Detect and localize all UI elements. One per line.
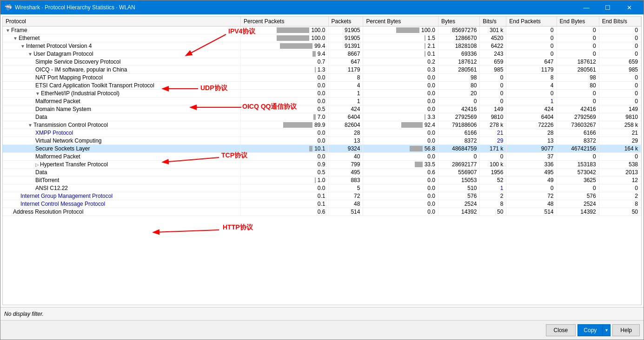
- pct-packets-cell: 89.9: [241, 121, 328, 129]
- bytes-cell: 80: [438, 82, 479, 90]
- pct-bytes-cell: 0.0: [363, 153, 438, 161]
- packets-cell: 91391: [328, 42, 363, 50]
- expand-arrow[interactable]: ▼: [6, 28, 10, 33]
- pct-packets-value: 10.1: [314, 145, 325, 152]
- table-row: Malformed Packet0.010.000100: [3, 98, 641, 105]
- end-bits-s-cell: 2013: [599, 169, 641, 177]
- bytes-cell: 14392: [438, 208, 479, 216]
- pct-packets-bar: [277, 35, 309, 41]
- help-button[interactable]: Help: [612, 324, 640, 336]
- minimize-button[interactable]: —: [576, 0, 597, 14]
- pct-packets-cell: 0.0: [241, 129, 328, 137]
- bytes-cell: 28692177: [438, 161, 479, 169]
- table-row: Internet Control Message Protocol0.1480.…: [3, 200, 641, 208]
- bytes-cell: 69336: [438, 50, 479, 58]
- bits-s-cell: 1956: [480, 169, 506, 177]
- packets-cell: 883: [328, 177, 363, 184]
- pct-packets-cell: 0.5: [241, 169, 328, 177]
- pct-packets-bar: [315, 177, 316, 183]
- packets-cell: 48: [328, 200, 363, 208]
- end-bits-s-cell: 29: [599, 137, 641, 145]
- pct-bytes-cell: 0.1: [363, 50, 438, 58]
- pct-bytes-value: 0.1: [427, 51, 435, 57]
- bits-s-cell: 171 k: [480, 145, 506, 153]
- expand-arrow[interactable]: ▼: [20, 44, 25, 49]
- table-row: ▼ Internet Protocol Version 499.4913912.…: [3, 42, 641, 50]
- packets-cell: 8: [328, 74, 363, 82]
- status-bar: No display filter.: [0, 307, 644, 320]
- pct-packets-bar: [280, 43, 312, 49]
- protocol-cell: ▼ Internet Protocol Version 4: [3, 42, 241, 50]
- protocol-cell: NAT Port Mapping Protocol: [3, 74, 241, 82]
- end-bits-s-cell: 164 k: [599, 145, 641, 153]
- packets-cell: 82604: [328, 121, 363, 129]
- end-bytes-cell: 0: [557, 98, 599, 105]
- end-packets-cell: 0: [506, 34, 557, 42]
- protocol-name: Data: [35, 114, 47, 120]
- table-row: Internet Group Management Protocol0.1720…: [3, 192, 641, 200]
- pct-bytes-cell: 0.0: [363, 208, 438, 216]
- end-packets-cell: 72226: [506, 121, 557, 129]
- copy-button[interactable]: Copy: [578, 324, 603, 336]
- close-dialog-button[interactable]: Close: [546, 324, 576, 336]
- protocol-cell: Data: [3, 169, 241, 177]
- close-button[interactable]: ✕: [618, 0, 640, 14]
- bytes-cell: 0: [438, 98, 479, 105]
- end-bytes-cell: 98: [557, 74, 599, 82]
- pct-bytes-cell: 3.3: [363, 113, 438, 121]
- statistics-table: Protocol Percent Packets Packets Percent…: [3, 17, 641, 216]
- pct-packets-cell: 10.1: [241, 145, 328, 153]
- table-row: Address Resolution Protocol0.65140.01439…: [3, 208, 641, 216]
- expand-arrow[interactable]: ▼: [28, 123, 33, 128]
- protocol-cell: Address Resolution Protocol: [3, 208, 241, 216]
- pct-bytes-value: 1.5: [427, 35, 435, 41]
- protocol-name: NAT Port Mapping Protocol: [35, 74, 103, 81]
- end-bytes-cell: 2792569: [557, 113, 599, 121]
- pct-packets-cell: 0.9: [241, 161, 328, 169]
- bytes-cell: 48684759: [438, 145, 479, 153]
- bytes-cell: 98: [438, 74, 479, 82]
- expand-arrow[interactable]: ▼: [13, 36, 18, 41]
- pct-bytes-cell: 0.0: [363, 82, 438, 90]
- expand-arrow[interactable]: ▷: [35, 162, 39, 167]
- protocol-name: ETSI Card Application Toolkit Transport …: [35, 82, 154, 89]
- table-row: ANSI C12.220.050.05101000: [3, 184, 641, 192]
- expand-arrow[interactable]: ▼: [28, 52, 33, 57]
- pct-bytes-cell: 0.0: [363, 105, 438, 113]
- maximize-button[interactable]: ☐: [597, 0, 618, 14]
- pct-bytes-bar: [425, 114, 425, 120]
- table-row: ▼ EtherNet/IP (Industrial Protocol)0.010…: [3, 90, 641, 98]
- end-bits-s-cell: 0: [599, 42, 641, 50]
- pct-bytes-value: 2.1: [427, 43, 435, 49]
- table-row: Simple Service Discovery Protocol0.76470…: [3, 58, 641, 66]
- table-row: ▼ User Datagram Protocol9.486670.1693362…: [3, 50, 641, 58]
- protocol-cell: Malformed Packet: [3, 98, 241, 105]
- pct-packets-cell: 0.0: [241, 153, 328, 161]
- pct-packets-cell: 1.3: [241, 66, 328, 74]
- pct-bytes-cell: 56.8: [363, 145, 438, 153]
- copy-dropdown-button[interactable]: ▾: [603, 324, 611, 336]
- end-packets-cell: 48: [506, 200, 557, 208]
- packets-cell: 91905: [328, 26, 363, 34]
- end-bits-s-cell: 0: [599, 26, 641, 34]
- end-bytes-cell: 2524: [557, 200, 599, 208]
- bytes-cell: 0: [438, 153, 479, 161]
- window-title: Wireshark · Protocol Hierarchy Statistic…: [15, 4, 135, 11]
- bits-s-cell: 278 k: [480, 121, 506, 129]
- end-bytes-cell: 0: [557, 90, 599, 98]
- packets-cell: 72: [328, 192, 363, 200]
- end-packets-cell: 37: [506, 153, 557, 161]
- expand-arrow[interactable]: ▼: [35, 91, 40, 96]
- bytes-cell: 42416: [438, 105, 479, 113]
- end-bytes-cell: 42416: [557, 105, 599, 113]
- col-protocol: Protocol: [3, 17, 241, 26]
- protocol-cell: ANSI C12.22: [3, 184, 241, 192]
- protocol-cell: ▼ Ethernet: [3, 34, 241, 42]
- protocol-name: Internet Control Message Protocol: [20, 201, 105, 207]
- pct-bytes-bar: [401, 122, 423, 128]
- pct-bytes-bar: [410, 146, 423, 151]
- pct-bytes-value: 56.8: [425, 145, 435, 152]
- bits-s-cell: 243: [480, 50, 506, 58]
- pct-bytes-cell: 0.0: [363, 184, 438, 192]
- statistics-table-container[interactable]: Protocol Percent Packets Packets Percent…: [2, 16, 642, 305]
